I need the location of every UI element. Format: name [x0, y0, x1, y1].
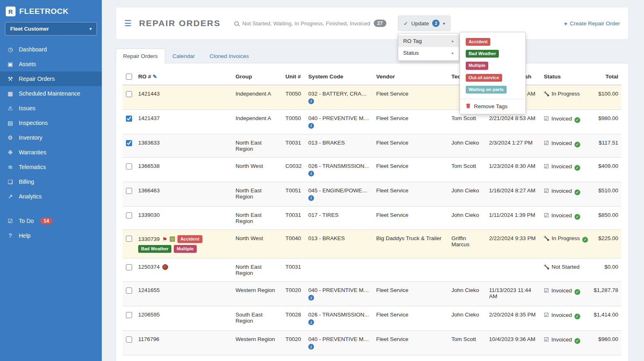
info-icon[interactable]: i: [308, 123, 314, 129]
sidebar-item-to-do[interactable]: ☑To Do14: [0, 214, 102, 228]
sidebar-item-dashboard[interactable]: ◷Dashboard: [0, 42, 102, 57]
status-cell: In Progress: [541, 85, 589, 110]
sidebar-item-scheduled-maintenance[interactable]: ▦Scheduled Maintenance: [0, 86, 102, 101]
table-row[interactable]: 1366463North East RegionT0051045 - ENGIN…: [123, 182, 622, 206]
update-button[interactable]: ✓ Update 2 ▾: [398, 16, 451, 31]
row-checkbox[interactable]: [126, 91, 132, 97]
column-label: RO #: [138, 74, 151, 80]
sidebar-item-inventory[interactable]: ⚙Inventory: [0, 130, 102, 145]
expected-finish-cell: 1/23/2024 8:30 AM: [486, 157, 541, 182]
info-icon[interactable]: i: [308, 98, 314, 104]
table-row[interactable]: 1383633North East RegionT0031013 - BRAKE…: [123, 134, 622, 157]
info-icon[interactable]: i: [308, 344, 314, 350]
menu-item-ro-tag[interactable]: RO Tag▸: [398, 35, 459, 47]
sidebar-item-assets[interactable]: ▣Assets: [0, 57, 102, 71]
ro-number[interactable]: 1421443: [138, 91, 160, 97]
row-checkbox[interactable]: [126, 188, 132, 194]
row-checkbox[interactable]: [126, 264, 132, 270]
ro-number[interactable]: 1206595: [138, 312, 160, 318]
menu-item-status[interactable]: Status▸: [398, 47, 459, 59]
status-cell: ☑Invoiced✓: [541, 157, 589, 182]
table-row[interactable]: 1250374North East RegionT0031Not Started…: [123, 258, 622, 282]
tab-cloned-invoices[interactable]: Cloned Invoices: [202, 49, 256, 63]
row-checkbox[interactable]: [126, 116, 132, 122]
row-checkbox[interactable]: [126, 336, 132, 343]
dashboard-icon: ◷: [7, 46, 14, 53]
sidebar-item-inspections[interactable]: ▤Inspections: [0, 116, 102, 130]
table-row[interactable]: 1421443Independent AT0050032 - BATTERY, …: [123, 85, 622, 110]
expected-finish-cell: 11/13/2023 11:44 AM: [486, 282, 541, 306]
status-label: In Progress: [552, 235, 580, 241]
vendor-cell: Fleet Service: [373, 306, 448, 331]
tag-option[interactable]: Accident: [466, 38, 490, 46]
ro-number[interactable]: 1383633: [138, 140, 160, 146]
sidebar-item-warranties[interactable]: ❉Warranties: [0, 145, 102, 160]
create-repair-order-button[interactable]: + Create Repair Order: [564, 20, 620, 27]
page-header: ☰ REPAIR ORDERS Not Started, Waiting, In…: [116, 7, 628, 40]
group-cell: Western Region: [232, 282, 282, 306]
status-label: Invoiced: [552, 312, 572, 318]
sidebar-item-billing[interactable]: ❏Billing: [0, 174, 102, 189]
table-row[interactable]: 1206595South East RegionT0028026 - TRANS…: [123, 306, 622, 331]
info-icon[interactable]: i: [308, 319, 314, 325]
row-checkbox[interactable]: [126, 140, 132, 146]
vendor-cell: Big Daddys Truck & Trailer: [373, 230, 448, 258]
tag-option[interactable]: Bad Weather: [466, 50, 499, 58]
table-row[interactable]: 1176796Western RegionT0020040 - PREVENTI…: [123, 331, 622, 355]
row-checkbox[interactable]: [126, 212, 132, 218]
technician-cell: Tom Scott: [448, 355, 486, 361]
wrench-icon: ⚒: [7, 76, 14, 82]
ro-number[interactable]: 1241655: [138, 287, 160, 293]
select-all-checkbox[interactable]: [126, 74, 132, 80]
edit-icon[interactable]: ✎: [153, 74, 157, 80]
help-icon: ?: [7, 232, 14, 239]
table-row[interactable]: 1421437Independent AT0050040 - PREVENTIV…: [123, 109, 622, 134]
ro-number[interactable]: 1421437: [138, 115, 160, 121]
ro-number[interactable]: 1176796: [138, 336, 159, 342]
remove-tags-button[interactable]: Remove Tags: [460, 99, 525, 114]
table-row[interactable]: 1366538North WestC0032026 - TRANSMISSION…: [123, 157, 622, 182]
ro-number[interactable]: 1330739: [138, 236, 160, 242]
row-checkbox[interactable]: [126, 287, 132, 294]
ro-cell: 1366538: [135, 157, 232, 182]
row-checkbox[interactable]: [126, 236, 132, 242]
table-row[interactable]: 1174652South East Region 2S0034040 - PRE…: [123, 355, 622, 361]
status-filter[interactable]: Not Started, Waiting, In Progress, Finis…: [234, 20, 386, 27]
menu-icon[interactable]: ☰: [124, 18, 132, 28]
invoiced-checkbox-icon: ☑: [544, 336, 549, 343]
ro-number[interactable]: 1250374: [138, 264, 160, 270]
info-icon[interactable]: i: [308, 295, 314, 301]
sidebar-item-telematics[interactable]: ≋Telematics: [0, 160, 102, 174]
ro-cell: 1250374: [135, 258, 232, 282]
technician-cell: Griffin Marcus: [448, 230, 486, 258]
ro-number[interactable]: 1339030: [138, 212, 160, 218]
table-row[interactable]: 1241655Western RegionT0020040 - PREVENTI…: [123, 282, 622, 306]
unit-cell: T0031: [282, 134, 305, 157]
customer-selector[interactable]: Fleet Customer ▾: [5, 22, 97, 36]
tag-option[interactable]: Out-of-service: [466, 74, 502, 82]
invoiced-checkbox-icon: ☑: [544, 163, 549, 169]
total-cell: $980.00: [589, 109, 622, 134]
ro-number[interactable]: 1366538: [138, 163, 160, 169]
verified-check-icon: ✓: [574, 338, 580, 344]
sidebar-item-issues[interactable]: ⚠Issues: [0, 101, 102, 116]
table-row[interactable]: 1330739⚑AccidentBad WeatherMultipleNorth…: [123, 230, 622, 258]
sidebar-item-analytics[interactable]: ↗Analytics: [0, 189, 102, 204]
row-checkbox[interactable]: [126, 312, 132, 318]
wrench-icon: [544, 91, 549, 97]
tag-option[interactable]: Multiple: [466, 62, 489, 69]
ro-number[interactable]: 1366463: [138, 187, 160, 194]
tab-repair-orders[interactable]: Repair Orders: [116, 49, 165, 63]
info-icon[interactable]: i: [308, 171, 314, 176]
row-select-cell: [123, 282, 135, 306]
sidebar-item-repair-orders[interactable]: ⚒Repair Orders: [0, 71, 102, 86]
info-icon[interactable]: i: [308, 195, 314, 201]
table-row[interactable]: 1339030North East RegionT0031017 - TIRES…: [123, 206, 622, 230]
plus-icon: +: [564, 20, 568, 27]
caret-down-icon: ▾: [443, 21, 445, 26]
system-code-text: 040 - PREVENTIVE MA...: [308, 336, 370, 342]
tag-option[interactable]: Waiting on parts: [466, 86, 507, 94]
row-checkbox[interactable]: [126, 163, 132, 169]
tab-calendar[interactable]: Calendar: [165, 49, 202, 63]
sidebar-item-help[interactable]: ?Help: [0, 228, 102, 243]
